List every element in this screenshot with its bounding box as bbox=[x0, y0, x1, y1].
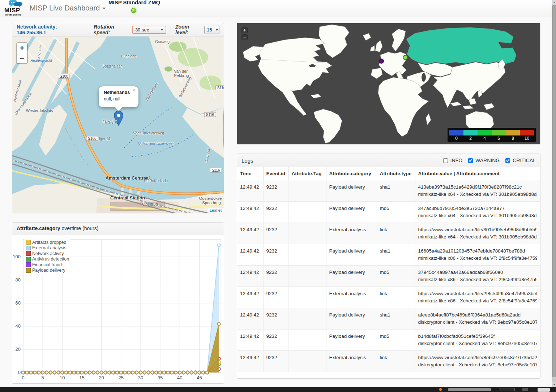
col-attribute-category: Attribute.category bbox=[326, 167, 377, 180]
taskbar-item[interactable] bbox=[538, 388, 550, 392]
header-divider bbox=[171, 26, 171, 33]
filter-checkbox-critical[interactable] bbox=[505, 158, 510, 163]
chart-legend-item: Artifacts dropped bbox=[26, 240, 69, 245]
close-icon[interactable]: × bbox=[133, 87, 136, 92]
log-event-id: 9232 bbox=[263, 223, 288, 244]
scroll-up-icon[interactable]: ▲ bbox=[552, 0, 556, 5]
log-attribute-category: Payload delivery bbox=[326, 244, 377, 266]
map-attribution[interactable]: Leaflet bbox=[208, 208, 224, 213]
log-event-id: 9232 bbox=[263, 244, 288, 266]
overtime-chart: 020406080100051015202530354045 Artifacts… bbox=[12, 234, 224, 383]
map-marker-pin[interactable] bbox=[114, 111, 123, 126]
rotation-speed-select[interactable]: 30 sec bbox=[132, 26, 166, 34]
log-time: 12:49:42 bbox=[237, 287, 263, 308]
zoom-out-button[interactable]: − bbox=[17, 53, 27, 63]
col-event-id: Event.id bbox=[263, 167, 288, 180]
zoom-level-select[interactable]: 15 bbox=[204, 26, 219, 34]
log-attribute-category: External analysis bbox=[326, 223, 377, 244]
log-attribute-value-comment: 413eba3973a15c1a6429d9f170f3e8287f98c21c… bbox=[415, 180, 540, 202]
scrollbar-thumb[interactable] bbox=[552, 5, 556, 377]
top-navbar: MISP Threat Sharing MISP Live Dashboard … bbox=[0, 0, 552, 17]
chart-legend-item: External analysis bbox=[26, 245, 69, 251]
log-time: 12:49:42 bbox=[237, 329, 263, 351]
country-russia bbox=[406, 27, 516, 64]
taskbar-item[interactable] bbox=[448, 388, 491, 391]
worldmap-zoom-control: + − bbox=[241, 27, 248, 41]
filter-checkbox-warning[interactable] bbox=[468, 158, 473, 163]
col-attribute-type: Attribute.type bbox=[377, 167, 415, 180]
log-attribute-tag bbox=[288, 180, 326, 202]
svg-text:40: 40 bbox=[177, 375, 182, 380]
caret-down-icon bbox=[102, 8, 106, 9]
taskbar[interactable] bbox=[0, 387, 556, 392]
event-location-marker bbox=[403, 55, 408, 60]
log-attribute-type: sha1 bbox=[377, 308, 415, 329]
legend-tick: 2 bbox=[463, 135, 478, 141]
log-attribute-tag bbox=[288, 202, 326, 223]
misp-logo-icon bbox=[9, 0, 22, 8]
dashboard-menu[interactable]: MISP Live Dashboard bbox=[30, 4, 106, 12]
chart-legend-item: Antivirus detection bbox=[26, 257, 69, 262]
log-attribute-value-comment: 16605a4a29a101208457c47ebfde788487be788d… bbox=[415, 244, 540, 266]
filter-critical[interactable]: CRITICAL bbox=[504, 157, 536, 164]
log-attribute-value-comment: https://www.virustotal.com/file/8ebc97e0… bbox=[415, 351, 540, 372]
zoom-out-button[interactable]: − bbox=[241, 34, 248, 40]
zoom-in-button[interactable]: + bbox=[17, 43, 27, 53]
log-event-id: 9232 bbox=[263, 180, 288, 202]
filter-info[interactable]: INFO bbox=[442, 157, 462, 164]
misp-logo[interactable]: MISP Threat Sharing bbox=[4, 0, 27, 17]
street-map[interactable]: Netherlands null, null × + − Leaflet Gra… bbox=[12, 36, 224, 213]
taskbar-icon[interactable] bbox=[439, 388, 442, 391]
zoom-level-label: Zoom level: bbox=[175, 24, 202, 35]
logs-panel: Logs INFOWARNINGCRITICAL Time Event.id A… bbox=[237, 154, 540, 379]
legend-color-segment bbox=[520, 130, 534, 135]
log-attribute-category: Payload delivery bbox=[326, 308, 377, 329]
zoom-in-button[interactable]: + bbox=[241, 27, 248, 33]
legend-color-segment bbox=[463, 130, 478, 135]
legend-swatch bbox=[26, 240, 31, 245]
vertical-scrollbar[interactable]: ▲ ▼ bbox=[552, 0, 556, 387]
chart-title-rest: overtime (hours) bbox=[60, 225, 99, 231]
scroll-down-icon[interactable]: ▼ bbox=[552, 382, 556, 387]
filter-checkbox-info[interactable] bbox=[443, 158, 448, 163]
log-time: 12:49:42 bbox=[237, 351, 263, 372]
log-attribute-type: link bbox=[377, 223, 415, 244]
log-attribute-type: link bbox=[377, 287, 415, 308]
worldmap-legend-ticks: 0246810 bbox=[449, 135, 534, 141]
brand-name: MISP bbox=[4, 7, 20, 14]
logs-table: Time Event.id Attribute.Tag Attribute.ca… bbox=[237, 167, 540, 372]
legend-tick: 8 bbox=[506, 135, 520, 141]
taskbar-item[interactable] bbox=[499, 388, 515, 391]
filter-warning[interactable]: WARNING bbox=[467, 157, 500, 164]
log-attribute-tag bbox=[288, 244, 326, 266]
log-event-id: 9232 bbox=[263, 202, 288, 223]
zoom-level-value: 15 bbox=[207, 27, 212, 33]
log-row: 12:49:429232Payload deliverysha116605a4a… bbox=[237, 244, 540, 266]
log-attribute-category: Payload delivery bbox=[326, 202, 377, 223]
dashboard-menu-label: MISP Live Dashboard bbox=[30, 4, 100, 12]
log-attribute-value-comment: 37945c44a897aa42a66adcab68f560e0mimikatz… bbox=[415, 266, 540, 287]
map-popup: Netherlands null, null × bbox=[99, 86, 138, 107]
svg-text:100: 100 bbox=[13, 254, 21, 259]
svg-text:20: 20 bbox=[99, 375, 104, 380]
taskbar-item[interactable] bbox=[522, 388, 528, 391]
log-attribute-type: md5 bbox=[377, 329, 415, 351]
log-time: 12:49:42 bbox=[237, 244, 263, 266]
svg-text:0: 0 bbox=[18, 370, 21, 375]
col-attribute-value-comment: Attribute.value | Attribute.comment bbox=[415, 167, 540, 180]
log-time: 12:49:42 bbox=[237, 266, 263, 287]
log-attribute-value-comment: 347ac3b6b791054de3e5720a7144a977mimikatz… bbox=[415, 202, 540, 223]
log-time: 12:49:42 bbox=[237, 202, 263, 223]
netherlands-highlight bbox=[379, 59, 384, 64]
col-attribute-tag: Attribute.Tag bbox=[288, 167, 326, 180]
caret-down-icon bbox=[215, 29, 218, 31]
chart-legend-item: Financial fraud bbox=[26, 262, 69, 268]
log-attribute-type: sha1 bbox=[377, 180, 415, 202]
map-zoom-control: + − bbox=[16, 42, 28, 64]
network-activity-header: Network activity: 146.255.36.1 Rotation … bbox=[12, 23, 224, 36]
navbar-divider bbox=[107, 0, 107, 17]
legend-tick: 10 bbox=[520, 135, 534, 141]
log-attribute-tag bbox=[288, 308, 326, 329]
chart-title-bold: Attribute.category bbox=[17, 225, 60, 231]
world-map-panel[interactable]: + − 0246810 bbox=[237, 23, 540, 145]
